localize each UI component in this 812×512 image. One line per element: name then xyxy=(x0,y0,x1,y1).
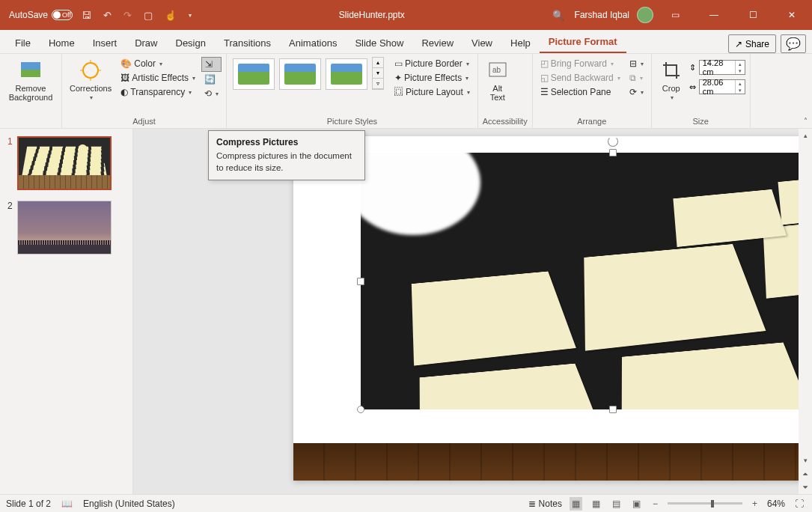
avatar[interactable] xyxy=(637,7,653,23)
tab-home[interactable]: Home xyxy=(40,33,84,53)
slide-thumbnail-2[interactable] xyxy=(17,201,112,255)
reading-view-icon[interactable]: ▤ xyxy=(610,497,623,511)
redo-icon[interactable]: ↷ xyxy=(120,7,135,24)
ribbon-display-icon[interactable]: ▭ xyxy=(658,0,692,30)
corrections-button[interactable]: Corrections▾ xyxy=(67,57,115,103)
slide[interactable] xyxy=(293,136,812,481)
reset-picture-button[interactable]: ⟲▾ xyxy=(201,87,222,100)
artistic-effects-button[interactable]: 🖼Artistic Effects▾ xyxy=(117,71,198,85)
autosave-toggle[interactable]: AutoSave Off xyxy=(9,10,73,20)
style-item[interactable] xyxy=(279,58,321,90)
tab-review[interactable]: Review xyxy=(412,33,463,53)
sorter-view-icon[interactable]: ▦ xyxy=(590,497,602,511)
picture-layout-button[interactable]: ⿴Picture Layout▾ xyxy=(391,85,473,99)
qa-more-icon[interactable]: ▾ xyxy=(186,9,195,22)
fit-window-icon[interactable]: ⛶ xyxy=(793,497,806,511)
selection-pane-button[interactable]: ☰Selection Pane xyxy=(537,85,623,99)
spellcheck-icon[interactable]: 📖 xyxy=(61,499,73,509)
ribbon-tabs: File Home Insert Draw Design Transitions… xyxy=(0,30,812,54)
height-field[interactable]: ⇕14.28 cm▴▾ xyxy=(689,60,745,75)
remove-bg-icon xyxy=(19,58,43,82)
zoom-level[interactable]: 64% xyxy=(767,499,785,509)
search-icon[interactable]: 🔍 xyxy=(549,7,567,24)
color-button[interactable]: 🎨Color▾ xyxy=(117,57,198,70)
maximize-button[interactable]: ☐ xyxy=(736,0,770,30)
slide-thumbnail-1[interactable] xyxy=(17,136,112,190)
notes-button[interactable]: ≣ Notes xyxy=(528,499,562,509)
tab-help[interactable]: Help xyxy=(501,33,540,53)
collapse-ribbon-icon[interactable]: ˄ xyxy=(804,117,808,125)
touch-mode-icon[interactable]: ☝ xyxy=(162,7,180,24)
next-slide-icon[interactable]: ⏷ xyxy=(799,481,812,494)
tab-picture-format[interactable]: Picture Format xyxy=(540,31,626,53)
title-bar: AutoSave Off 🖫 ↶ ↷ ▢ ☝ ▾ SlideHunter.ppt… xyxy=(0,0,812,30)
style-item[interactable] xyxy=(233,58,275,90)
adjust-group-label: Adjust xyxy=(67,117,222,128)
tab-transitions[interactable]: Transitions xyxy=(215,33,280,53)
slideshow-view-icon[interactable]: ▣ xyxy=(630,497,643,511)
compress-icon: ⇲ xyxy=(205,59,213,70)
resize-handle[interactable] xyxy=(609,406,617,413)
artistic-icon: 🖼 xyxy=(120,73,129,83)
slide-thumbnails-panel: 1 2 xyxy=(0,129,133,494)
prev-slide-icon[interactable]: ⏶ xyxy=(799,467,812,481)
close-button[interactable]: ✕ xyxy=(775,0,809,30)
minimize-button[interactable]: — xyxy=(697,0,731,30)
tab-draw[interactable]: Draw xyxy=(126,33,166,53)
zoom-out-button[interactable]: − xyxy=(650,497,660,511)
tab-animations[interactable]: Animations xyxy=(280,33,346,53)
rotate-button[interactable]: ⟳▾ xyxy=(626,85,647,99)
style-item[interactable] xyxy=(326,58,367,90)
width-icon: ⇔ xyxy=(689,82,696,92)
send-backward-button[interactable]: ◱Send Backward▾ xyxy=(537,71,623,85)
remove-background-button[interactable]: Remove Background xyxy=(4,57,57,103)
transparency-button[interactable]: ◐Transparency▾ xyxy=(117,85,198,99)
undo-icon[interactable]: ↶ xyxy=(100,7,115,24)
group-icon: ⧉ xyxy=(629,73,636,83)
rotate-icon: ⟳ xyxy=(629,87,637,97)
present-icon[interactable]: ▢ xyxy=(141,7,156,24)
resize-handle[interactable] xyxy=(609,149,617,156)
tab-file[interactable]: File xyxy=(6,33,40,53)
tooltip-title: Compress Pictures xyxy=(216,137,357,147)
tab-view[interactable]: View xyxy=(463,33,501,53)
align-icon: ⊟ xyxy=(629,58,637,69)
accessibility-group-label: Accessibility xyxy=(483,117,528,128)
picture-border-button[interactable]: ▭Picture Border▾ xyxy=(391,57,473,70)
change-picture-icon: 🔄 xyxy=(204,74,216,85)
svg-rect-1 xyxy=(21,70,40,77)
tab-design[interactable]: Design xyxy=(167,33,215,53)
normal-view-icon[interactable]: ▦ xyxy=(570,497,582,511)
tab-slideshow[interactable]: Slide Show xyxy=(346,33,412,53)
vertical-scrollbar[interactable]: ▴▾ ⏶ ⏷ xyxy=(799,129,812,494)
gallery-scroll[interactable]: ▴▾▿ xyxy=(372,57,384,90)
username[interactable]: Farshad Iqbal xyxy=(575,10,629,20)
color-icon: 🎨 xyxy=(120,58,132,69)
share-button[interactable]: ↗Share xyxy=(728,34,776,53)
zoom-slider[interactable] xyxy=(668,502,742,505)
bring-forward-button[interactable]: ◰Bring Forward▾ xyxy=(537,57,623,70)
alt-text-button[interactable]: ab Alt Text xyxy=(483,57,513,103)
group-button[interactable]: ⧉▾ xyxy=(626,71,647,85)
resize-handle[interactable] xyxy=(357,406,364,413)
picture-styles-gallery[interactable] xyxy=(231,57,369,91)
language-status[interactable]: English (United States) xyxy=(83,499,175,509)
compress-pictures-button[interactable]: ⇲ xyxy=(201,57,222,72)
tab-insert[interactable]: Insert xyxy=(84,33,126,53)
comments-button[interactable]: 💬 xyxy=(781,34,806,53)
picture-styles-group-label: Picture Styles xyxy=(231,117,473,128)
compress-pictures-tooltip: Compress Pictures Compress pictures in t… xyxy=(208,130,365,180)
alt-text-icon: ab xyxy=(486,58,510,82)
save-icon[interactable]: 🖫 xyxy=(79,7,94,24)
selected-picture[interactable] xyxy=(361,153,812,409)
crop-button[interactable]: Crop▾ xyxy=(656,57,686,103)
change-picture-button[interactable]: 🔄 xyxy=(201,73,222,86)
align-button[interactable]: ⊟▾ xyxy=(626,57,647,70)
slide-canvas-area[interactable]: ▴▾ ⏶ ⏷ xyxy=(133,129,812,494)
zoom-in-button[interactable]: + xyxy=(750,497,760,511)
resize-handle[interactable] xyxy=(357,278,364,285)
slide-counter[interactable]: Slide 1 of 2 xyxy=(6,499,51,509)
picture-effects-button[interactable]: ✦Picture Effects▾ xyxy=(391,71,473,85)
width-field[interactable]: ⇔28.06 cm▴▾ xyxy=(689,79,745,94)
rotate-handle-icon[interactable] xyxy=(608,136,618,147)
